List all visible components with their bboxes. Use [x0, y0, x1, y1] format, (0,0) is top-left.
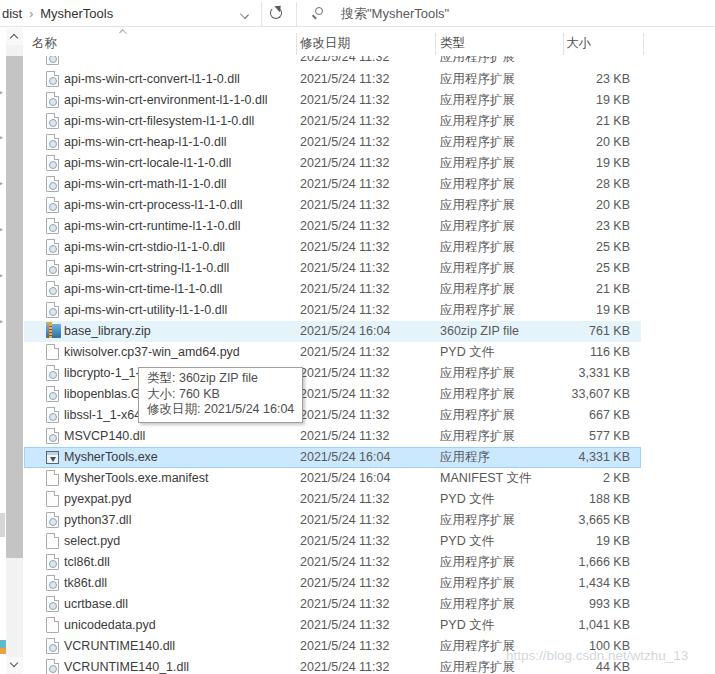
file-list: api-ms-win-crt-convert-l1-1-0.dll 2021/5… [0, 0, 715, 674]
file-name: api-ms-win-crt-math-l1-1-0.dll [64, 174, 296, 195]
file-icon [46, 324, 61, 338]
file-row[interactable]: MysherTools.exe.manifest 2021/5/24 16:04… [24, 468, 641, 489]
file-row[interactable]: api-ms-win-crt-string-l1-1-0.dll 2021/5/… [24, 258, 641, 279]
file-size: 761 KB [530, 321, 630, 342]
file-row[interactable]: api-ms-win-crt-environment-l1-1-0.dll 20… [24, 90, 641, 111]
file-row[interactable]: api-ms-win-crt-convert-l1-1-0.dll 2021/5… [24, 69, 641, 90]
file-date: 2021/5/24 11:32 [300, 174, 430, 195]
file-date: 2021/5/24 11:32 [300, 258, 430, 279]
file-row[interactable]: select.pyd 2021/5/24 11:32 PYD 文件 19 KB [24, 531, 641, 552]
file-date: 2021/5/24 11:32 [300, 594, 430, 615]
file-size: 100 KB [530, 636, 630, 657]
file-name: MSVCP140.dll [64, 426, 296, 447]
file-row[interactable]: api-ms-win-crt-process-l1-1-0.dll 2021/5… [24, 195, 641, 216]
file-row[interactable]: api-ms-win-crt-runtime-l1-1-0.dll 2021/5… [24, 216, 641, 237]
file-name: kiwisolver.cp37-win_amd64.pyd [64, 342, 296, 363]
file-row[interactable]: MSVCP140.dll 2021/5/24 11:32 应用程序扩展 577 … [24, 426, 641, 447]
file-icon [46, 470, 59, 486]
file-row[interactable]: MysherTools.exe 2021/5/24 16:04 应用程序 4,3… [24, 447, 641, 468]
file-size: 4,331 KB [530, 447, 630, 468]
file-icon [46, 260, 59, 276]
file-name: api-ms-win-crt-process-l1-1-0.dll [64, 195, 296, 216]
file-date: 2021/5/24 11:32 [300, 531, 430, 552]
file-size: 21 KB [530, 279, 630, 300]
file-size: 116 KB [530, 342, 630, 363]
file-icon [46, 134, 59, 150]
file-icon [46, 428, 59, 444]
file-row[interactable]: python37.dll 2021/5/24 11:32 应用程序扩展 3,66… [24, 510, 641, 531]
file-size: 20 KB [530, 195, 630, 216]
file-size: 667 KB [530, 405, 630, 426]
file-row[interactable]: api-ms-win-crt-heap-l1-1-0.dll 2021/5/24… [24, 132, 641, 153]
file-date: 2021/5/24 11:32 [300, 111, 430, 132]
file-row[interactable]: api-ms-win-crt-filesystem-l1-1-0.dll 202… [24, 111, 641, 132]
file-row[interactable]: libopenblas.GK7G 2021/5/24 11:32 应用程序扩展 … [24, 384, 641, 405]
file-date: 2021/5/24 11:32 [300, 426, 430, 447]
file-date: 2021/5/24 16:04 [300, 468, 430, 489]
file-date: 2021/5/24 11:32 [300, 405, 430, 426]
file-icon [46, 176, 59, 192]
file-name: pyexpat.pyd [64, 489, 296, 510]
file-row[interactable]: VCRUNTIME140.dll 2021/5/24 11:32 应用程序扩展 … [24, 636, 641, 657]
file-name: api-ms-win-crt-string-l1-1-0.dll [64, 258, 296, 279]
file-name: unicodedata.pyd [64, 615, 296, 636]
file-name: python37.dll [64, 510, 296, 531]
file-row[interactable]: pyexpat.pyd 2021/5/24 11:32 PYD 文件 188 K… [24, 489, 641, 510]
file-size: 1,041 KB [530, 615, 630, 636]
file-size: 44 KB [530, 657, 630, 674]
file-row[interactable]: api-ms-win-crt-time-l1-1-0.dll 2021/5/24… [24, 279, 641, 300]
file-date: 2021/5/24 11:32 [300, 636, 430, 657]
file-date: 2021/5/24 11:32 [300, 132, 430, 153]
file-size: 21 KB [530, 111, 630, 132]
tooltip-type-line: 类型: 360zip ZIP file [147, 371, 294, 387]
file-name: VCRUNTIME140.dll [64, 636, 296, 657]
file-date: 2021/5/24 11:32 [300, 573, 430, 594]
file-name: api-ms-win-crt-stdio-l1-1-0.dll [64, 237, 296, 258]
file-icon [46, 344, 59, 360]
file-icon [46, 491, 59, 507]
file-row[interactable]: unicodedata.pyd 2021/5/24 11:32 PYD 文件 1… [24, 615, 641, 636]
file-row[interactable]: libcrypto-1_1-x64. 2021/5/24 11:32 应用程序扩… [24, 363, 641, 384]
file-name: api-ms-win-crt-convert-l1-1-0.dll [64, 69, 296, 90]
file-name: tk86t.dll [64, 573, 296, 594]
file-name: api-ms-win-crt-runtime-l1-1-0.dll [64, 216, 296, 237]
file-row[interactable]: kiwisolver.cp37-win_amd64.pyd 2021/5/24 … [24, 342, 641, 363]
file-icon [46, 155, 59, 171]
file-size: 993 KB [530, 594, 630, 615]
file-date: 2021/5/24 11:32 [300, 363, 430, 384]
file-name: api-ms-win-crt-filesystem-l1-1-0.dll [64, 111, 296, 132]
file-row[interactable]: tk86t.dll 2021/5/24 11:32 应用程序扩展 1,434 K… [24, 573, 641, 594]
file-row[interactable]: api-ms-win-crt-math-l1-1-0.dll 2021/5/24… [24, 174, 641, 195]
file-name: base_library.zip [64, 321, 296, 342]
file-row[interactable]: api-ms-win-crt-locale-l1-1-0.dll 2021/5/… [24, 153, 641, 174]
file-date: 2021/5/24 11:32 [300, 384, 430, 405]
file-size: 1,434 KB [530, 573, 630, 594]
file-row[interactable]: ucrtbase.dll 2021/5/24 11:32 应用程序扩展 993 … [24, 594, 641, 615]
file-date: 2021/5/24 11:32 [300, 69, 430, 90]
file-size: 188 KB [530, 489, 630, 510]
tooltip-date-line: 修改日期: 2021/5/24 16:04 [147, 402, 294, 418]
file-icon [46, 92, 59, 108]
file-icon [46, 512, 59, 528]
file-row[interactable]: tcl86t.dll 2021/5/24 11:32 应用程序扩展 1,666 … [24, 552, 641, 573]
file-row[interactable]: api-ms-win-crt-utility-l1-1-0.dll 2021/5… [24, 300, 641, 321]
file-icon [46, 218, 59, 234]
file-icon [46, 302, 59, 318]
file-date: 2021/5/24 11:32 [300, 510, 430, 531]
file-icon [46, 451, 59, 464]
file-row[interactable]: base_library.zip 2021/5/24 16:04 360zip … [24, 321, 641, 342]
file-icon [46, 113, 59, 129]
file-row[interactable]: api-ms-win-crt-stdio-l1-1-0.dll 2021/5/2… [24, 237, 641, 258]
file-size: 3,665 KB [530, 510, 630, 531]
file-icon [46, 596, 59, 612]
file-date: 2021/5/24 11:32 [300, 195, 430, 216]
file-row[interactable]: libssl-1_1-x64.dll 2021/5/24 11:32 应用程序扩… [24, 405, 641, 426]
file-date: 2021/5/24 11:32 [300, 90, 430, 111]
file-name: MysherTools.exe.manifest [64, 468, 296, 489]
file-size: 20 KB [530, 132, 630, 153]
file-row[interactable]: VCRUNTIME140_1.dll 2021/5/24 11:32 应用程序扩… [24, 657, 641, 674]
file-date: 2021/5/24 11:32 [300, 489, 430, 510]
file-name: api-ms-win-crt-heap-l1-1-0.dll [64, 132, 296, 153]
file-icon [46, 386, 59, 402]
file-name: tcl86t.dll [64, 552, 296, 573]
